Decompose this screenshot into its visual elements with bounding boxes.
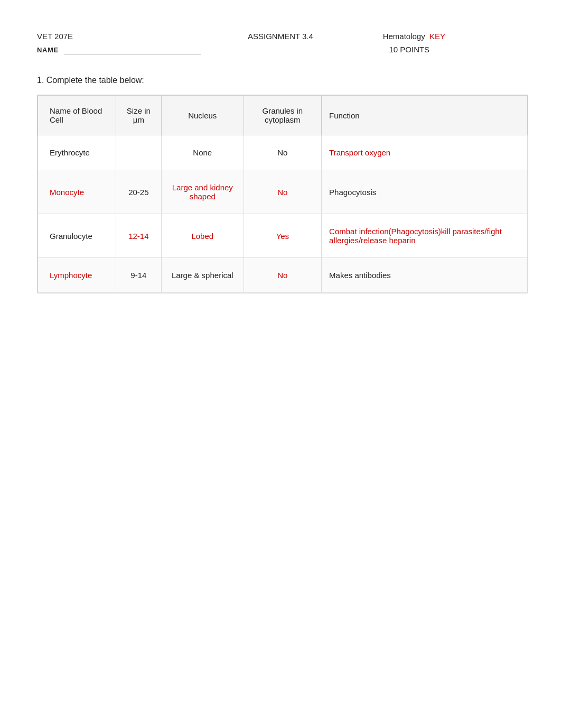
table-row: Lymphocyte9-14Large & sphericalNoMakes a…: [38, 258, 528, 293]
cell-nucleus: None: [161, 135, 244, 170]
col-header-granules: Granules in cytoplasm: [244, 96, 321, 135]
cell-size: 12-14: [116, 214, 161, 258]
cell-function: Combat infection(Phagocytosis)kill paras…: [322, 214, 528, 258]
cell-size: [116, 135, 161, 170]
cell-granules: No: [244, 135, 321, 170]
cell-granules: No: [244, 258, 321, 293]
table-row: Monocyte20-25Large and kidney shapedNoPh…: [38, 170, 528, 214]
name-label: NAME: [37, 46, 59, 54]
instruction-text: 1. Complete the table below:: [37, 76, 524, 85]
table-header-row: Name of Blood Cell Size in µm Nucleus Gr…: [38, 96, 528, 135]
cell-granules: Yes: [244, 214, 321, 258]
subject-label: Hematology: [383, 32, 425, 41]
cell-function: Makes antibodies: [322, 258, 528, 293]
cell-name: Lymphocyte: [38, 258, 116, 293]
cell-nucleus: Large & spherical: [161, 258, 244, 293]
cell-function: Transport oxygen: [322, 135, 528, 170]
table-row: ErythrocyteNoneNoTransport oxygen: [38, 135, 528, 170]
table-row: Granulocyte12-14LobedYesCombat infection…: [38, 214, 528, 258]
cell-name: Granulocyte: [38, 214, 116, 258]
cell-nucleus: Large and kidney shaped: [161, 170, 244, 214]
cell-name: Monocyte: [38, 170, 116, 214]
col-header-size: Size in µm: [116, 96, 161, 135]
col-header-nucleus: Nucleus: [161, 96, 244, 135]
main-table: Name of Blood Cell Size in µm Nucleus Gr…: [37, 95, 528, 293]
cell-size: 9-14: [116, 258, 161, 293]
key-label: KEY: [429, 32, 445, 41]
cell-size: 20-25: [116, 170, 161, 214]
course-label: VET 207E: [37, 32, 73, 41]
cell-granules: No: [244, 170, 321, 214]
cell-name: Erythrocyte: [38, 135, 116, 170]
assignment-label: ASSIGNMENT 3.4: [248, 32, 313, 41]
name-input-line: [64, 45, 201, 54]
col-header-name: Name of Blood Cell: [38, 96, 116, 135]
points-label: 10 POINTS: [389, 45, 429, 54]
col-header-function: Function: [322, 96, 528, 135]
cell-nucleus: Lobed: [161, 214, 244, 258]
cell-function: Phagocytosis: [322, 170, 528, 214]
